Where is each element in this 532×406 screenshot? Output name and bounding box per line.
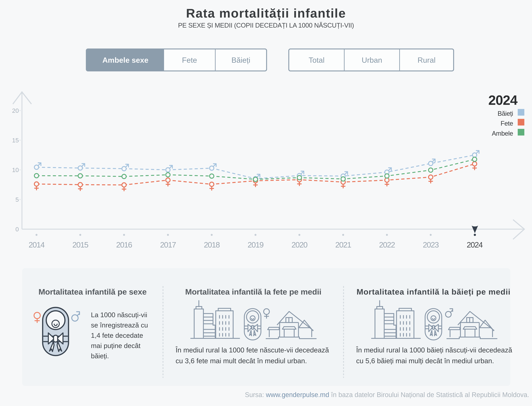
svg-text:2023: 2023 — [423, 240, 439, 249]
svg-text:2018: 2018 — [204, 240, 220, 249]
svg-text:0: 0 — [15, 226, 19, 233]
svg-text:2020: 2020 — [291, 240, 308, 249]
svg-text:2021: 2021 — [335, 240, 351, 249]
svg-text:2016: 2016 — [116, 240, 132, 249]
svg-text:Ambele: Ambele — [492, 130, 513, 137]
svg-text:2014: 2014 — [28, 240, 45, 249]
svg-text:10: 10 — [12, 167, 19, 173]
svg-text:2024: 2024 — [488, 93, 518, 108]
svg-text:2024: 2024 — [467, 240, 483, 249]
svg-text:Băieți: Băieți — [497, 110, 513, 117]
svg-text:2017: 2017 — [160, 240, 176, 249]
svg-text:2019: 2019 — [248, 240, 263, 249]
svg-text:20: 20 — [12, 107, 19, 114]
svg-text:2022: 2022 — [379, 240, 395, 249]
svg-text:2015: 2015 — [72, 240, 88, 249]
svg-text:15: 15 — [12, 137, 19, 144]
svg-text:Fete: Fete — [501, 120, 513, 127]
svg-text:5: 5 — [15, 196, 19, 203]
